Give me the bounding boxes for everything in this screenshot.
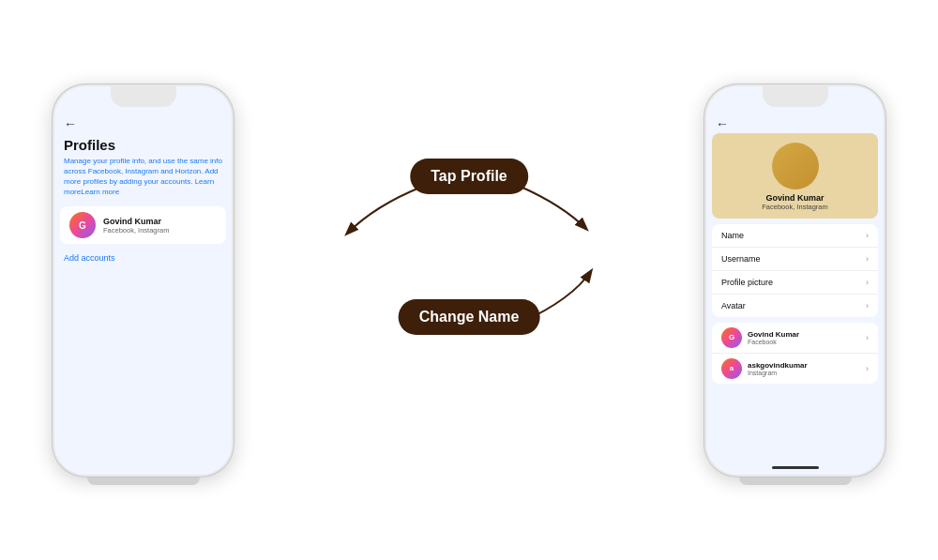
detail-header: Govind Kumar Facebook, Instagram xyxy=(712,133,878,219)
account-avatar-instagram: a xyxy=(721,358,742,379)
left-phone-stand xyxy=(87,477,200,485)
menu-label-profile-picture: Profile picture xyxy=(721,278,773,287)
profiles-screen: ← Profiles Manage your profile info, and… xyxy=(54,86,232,475)
profiles-desc: Manage your profile info, and use the sa… xyxy=(54,156,232,204)
add-accounts-link[interactable]: Add accounts xyxy=(54,244,232,272)
account-name-facebook: Govind Kumar xyxy=(748,330,860,339)
middle-callout-area: Tap Profile Change Name xyxy=(338,83,600,477)
menu-item-username[interactable]: Username › xyxy=(712,248,878,271)
home-indicator-right xyxy=(772,466,819,469)
menu-item-avatar[interactable]: Avatar › xyxy=(712,295,878,317)
account-name-instagram: askgovindkumar xyxy=(748,361,860,370)
menu-label-avatar: Avatar xyxy=(721,301,746,310)
scene: ← Profiles Manage your profile info, and… xyxy=(0,0,938,560)
change-name-bubble: Change Name xyxy=(399,299,540,335)
tap-profile-label: Tap Profile xyxy=(431,168,507,184)
account-avatar-facebook: G xyxy=(721,327,742,348)
detail-platforms: Facebook, Instagram xyxy=(762,203,827,211)
left-notch xyxy=(111,86,176,107)
account-item-instagram[interactable]: a askgovindkumar Instagram › xyxy=(712,354,878,384)
detail-avatar-large xyxy=(772,143,819,189)
right-phone-stand xyxy=(739,477,852,485)
back-arrow-left[interactable]: ← xyxy=(54,113,232,133)
learn-more-label[interactable]: Learn more xyxy=(81,188,119,196)
back-arrow-right[interactable]: ← xyxy=(706,113,884,133)
menu-list: Name › Username › Profile picture › Avat… xyxy=(712,224,878,317)
profiles-title: Profiles xyxy=(54,133,232,156)
detail-name: Govind Kumar xyxy=(765,193,824,203)
account-info-facebook: Govind Kumar Facebook xyxy=(748,330,860,345)
menu-label-username: Username xyxy=(721,254,761,264)
profile-name-left: Govind Kumar xyxy=(103,217,217,226)
avatar-chevron-icon: › xyxy=(866,301,869,310)
profile-platforms-left: Facebook, Instagram xyxy=(103,226,217,235)
menu-label-name: Name xyxy=(721,231,744,240)
profile-info-left: Govind Kumar Facebook, Instagram xyxy=(103,217,217,235)
account-platform-instagram: Instagram xyxy=(748,370,860,376)
account-item-facebook[interactable]: G Govind Kumar Facebook › xyxy=(712,323,878,354)
profile-detail-screen: ← Govind Kumar Facebook, Instagram Name … xyxy=(706,86,884,475)
accounts-list: G Govind Kumar Facebook › a askgovindkum… xyxy=(712,323,878,384)
right-phone-inner: ← Govind Kumar Facebook, Instagram Name … xyxy=(706,86,884,475)
right-phone: ← Govind Kumar Facebook, Instagram Name … xyxy=(704,83,886,477)
account-info-instagram: askgovindkumar Instagram xyxy=(748,361,860,376)
account-platform-facebook: Facebook xyxy=(748,339,860,345)
change-name-label: Change Name xyxy=(419,309,520,325)
menu-item-profile-picture[interactable]: Profile picture › xyxy=(712,271,878,295)
profile-picture-chevron-icon: › xyxy=(866,278,869,287)
left-phone: ← Profiles Manage your profile info, and… xyxy=(52,83,234,477)
left-phone-inner: ← Profiles Manage your profile info, and… xyxy=(54,86,232,475)
username-chevron-icon: › xyxy=(866,254,869,264)
name-chevron-icon: › xyxy=(866,231,869,240)
profile-avatar-left: G xyxy=(69,212,96,238)
tap-profile-bubble: Tap Profile xyxy=(410,159,528,194)
facebook-chevron-icon: › xyxy=(866,333,869,342)
right-notch xyxy=(763,86,828,107)
profile-list-item[interactable]: G Govind Kumar Facebook, Instagram xyxy=(60,206,226,244)
menu-item-name[interactable]: Name › xyxy=(712,224,878,248)
arrows-svg xyxy=(338,83,600,477)
instagram-chevron-icon: › xyxy=(866,364,869,373)
